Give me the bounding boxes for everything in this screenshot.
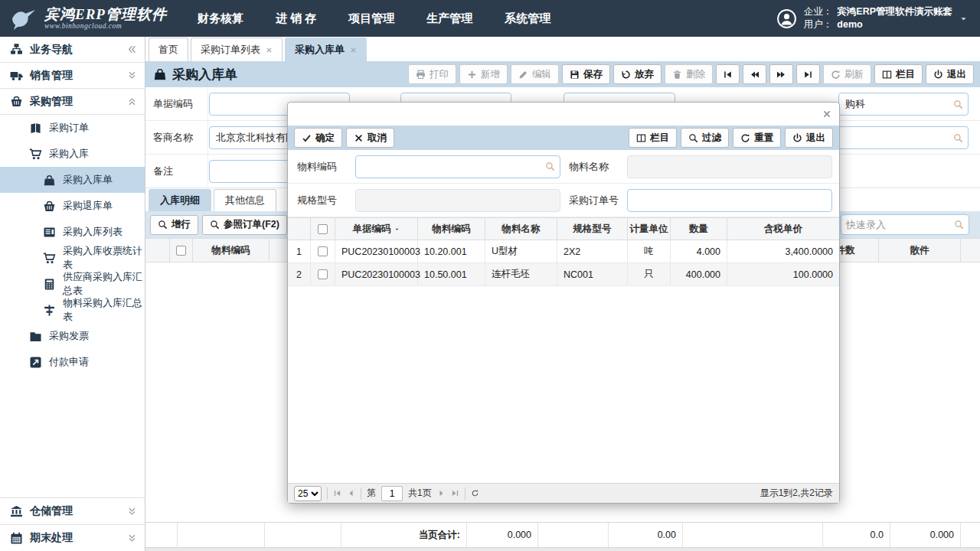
nav-item-3[interactable]: 生产管理 bbox=[426, 11, 472, 26]
next-page-button[interactable] bbox=[437, 489, 446, 497]
basket-icon bbox=[43, 200, 56, 213]
tab-0[interactable]: 首页 bbox=[149, 37, 188, 61]
refresh-page-button[interactable] bbox=[471, 489, 479, 497]
table-cell: 100.0000 bbox=[727, 263, 839, 285]
toolbar-first-record-button[interactable] bbox=[716, 64, 740, 84]
dialog-button-label: 退出 bbox=[806, 132, 825, 145]
tab-close-icon bbox=[350, 47, 357, 54]
sidebar-group-0[interactable]: 业务导航 bbox=[0, 37, 145, 63]
divider bbox=[465, 487, 466, 500]
chevron-down-icon bbox=[127, 507, 137, 517]
sidebar-item-0[interactable]: 采购订单 bbox=[0, 115, 145, 141]
first-page-button[interactable] bbox=[333, 489, 341, 497]
company-value: 宾鸿ERP管理软件演示账套 bbox=[837, 6, 952, 17]
prev-page-button[interactable] bbox=[347, 489, 355, 497]
row-checkbox[interactable] bbox=[318, 246, 328, 256]
toolbar-button-label: 保存 bbox=[583, 68, 603, 81]
sidebar-group-label: 业务导航 bbox=[30, 43, 73, 57]
user-menu[interactable]: 企业：宾鸿ERP管理软件演示账套 用户：demo bbox=[776, 5, 968, 31]
dialog-table-empty-area bbox=[288, 286, 839, 483]
divider bbox=[327, 487, 328, 500]
page-prefix: 第 bbox=[367, 487, 376, 500]
sidebar-group-1[interactable]: 销售管理 bbox=[0, 63, 145, 89]
exit-button[interactable]: 退出 bbox=[785, 128, 833, 148]
brand-logo: 宾鸿ERP管理软件 www.binhongcloud.com bbox=[0, 6, 176, 31]
filter-row: 物料编码 物料名称 bbox=[288, 150, 839, 184]
table-row[interactable]: 1PUC2023010000310.20.001U型材2X2吨4.0003,40… bbox=[288, 240, 839, 263]
nav-item-0[interactable]: 财务核算 bbox=[198, 11, 243, 26]
select-all-checkbox[interactable] bbox=[176, 246, 186, 256]
toolbar-button-label: 退出 bbox=[947, 68, 966, 81]
columns-button[interactable]: 栏目 bbox=[629, 128, 677, 148]
last-page-button[interactable] bbox=[451, 489, 459, 497]
tab-1[interactable]: 采购订单列表 bbox=[191, 37, 283, 61]
undo-icon bbox=[621, 70, 631, 80]
dialog-actions: 确定取消 bbox=[294, 128, 394, 148]
row-checkbox[interactable] bbox=[318, 269, 328, 279]
filter-button[interactable]: 过滤 bbox=[681, 128, 729, 148]
sidebar-item-2[interactable]: 采购入库单 bbox=[0, 167, 145, 193]
toolbar-last-record-button[interactable] bbox=[796, 64, 820, 84]
totals-empty-cell bbox=[683, 523, 823, 547]
nav-item-2[interactable]: 项目管理 bbox=[348, 11, 394, 26]
sidebar-group-bottom-1[interactable]: 期末处理 bbox=[0, 524, 145, 551]
sidebar-item-4[interactable]: 采购入库列表 bbox=[0, 219, 145, 245]
sidebar-item-6[interactable]: 供应商采购入库汇总表 bbox=[0, 271, 145, 297]
table-row[interactable]: 2PUC2023010000310.50.001连杆毛坯NC001只400.00… bbox=[288, 263, 839, 286]
sidebar-group-2[interactable]: 采购管理 bbox=[0, 89, 145, 115]
sidebar-group-bottom-0[interactable]: 仓储管理 bbox=[0, 497, 145, 524]
remark-label: 备注 bbox=[145, 155, 208, 188]
nav-item-4[interactable]: 系统管理 bbox=[505, 11, 550, 26]
reset-button[interactable]: 重置 bbox=[733, 128, 781, 148]
quick-entry-input[interactable] bbox=[846, 219, 954, 230]
sidebar-item-7[interactable]: 物料采购入库汇总表 bbox=[0, 297, 145, 323]
caret-down-icon bbox=[959, 15, 968, 23]
toolbar-save-button[interactable]: 保存 bbox=[562, 64, 610, 84]
power-icon bbox=[792, 133, 802, 143]
bank-icon bbox=[10, 505, 23, 518]
table-cell: 吨 bbox=[628, 240, 671, 262]
po-number-filter-input[interactable] bbox=[627, 189, 832, 212]
chevron-down-icon bbox=[127, 533, 137, 543]
tab-2[interactable]: 采购入库单 bbox=[285, 37, 367, 61]
close-icon[interactable] bbox=[822, 109, 831, 119]
toolbar-discard-button[interactable]: 放弃 bbox=[613, 64, 662, 84]
magnifier-icon bbox=[158, 220, 168, 230]
sidebar-item-1[interactable]: 采购入库 bbox=[0, 141, 145, 167]
page-size-select[interactable]: 25 bbox=[294, 486, 322, 501]
detail-tab-1[interactable]: 其他信息 bbox=[214, 189, 276, 211]
sidebar-item-5[interactable]: 采购入库收票统计表 bbox=[0, 245, 145, 271]
sitemap-icon bbox=[10, 43, 23, 56]
ref-order-button[interactable]: 参照订单(F2) bbox=[202, 215, 287, 235]
department-input[interactable]: 购科 bbox=[838, 93, 969, 116]
bag-icon bbox=[153, 67, 167, 81]
dialog-pagination: 25 第 共1页 显示1到2,共2记录 bbox=[288, 483, 839, 503]
add-row-button[interactable]: 增行 bbox=[150, 215, 198, 235]
plus-icon bbox=[467, 70, 477, 80]
material-code-filter-input[interactable] bbox=[355, 155, 560, 178]
toolbar-prev-record-button[interactable] bbox=[743, 64, 766, 84]
toolbar-exit-button[interactable]: 退出 bbox=[926, 64, 974, 84]
save-icon bbox=[570, 70, 580, 80]
select-all-checkbox[interactable] bbox=[318, 224, 328, 234]
nav-item-1[interactable]: 进 销 存 bbox=[276, 11, 316, 26]
totals-row: 当页合计:0.0000.000.00.000 bbox=[145, 522, 980, 548]
sidebar-item-3[interactable]: 采购退库单 bbox=[0, 193, 145, 219]
cancel-button[interactable]: 取消 bbox=[346, 128, 394, 148]
magnifier-icon bbox=[688, 133, 698, 143]
page-number-input[interactable] bbox=[381, 486, 403, 501]
spec-model-label: 规格型号 bbox=[297, 194, 355, 207]
columns-icon bbox=[882, 70, 892, 80]
toolbar-columns-button[interactable]: 栏目 bbox=[874, 64, 923, 84]
detail-tab-0[interactable]: 入库明细 bbox=[149, 189, 211, 211]
right-lookup-input[interactable] bbox=[838, 126, 969, 149]
toolbar-next-record-button[interactable] bbox=[769, 64, 793, 84]
bird-logo-icon bbox=[9, 6, 38, 31]
chevron-up-icon bbox=[127, 96, 137, 106]
totals-value: 0.000 bbox=[890, 523, 961, 547]
confirm-button[interactable]: 确定 bbox=[294, 128, 342, 148]
totals-empty-cell bbox=[145, 523, 178, 547]
sidebar-item-9[interactable]: 付款申请 bbox=[0, 349, 145, 375]
calendar-icon bbox=[10, 532, 23, 545]
sidebar-item-8[interactable]: 采购发票 bbox=[0, 323, 145, 349]
